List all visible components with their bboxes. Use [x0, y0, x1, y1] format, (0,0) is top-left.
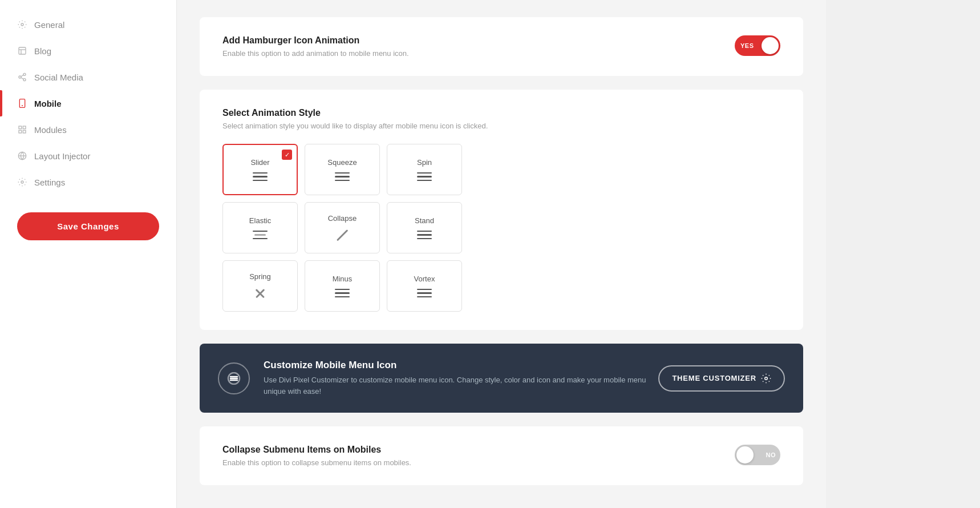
share-icon: [17, 72, 27, 82]
layout-icon: [17, 151, 27, 161]
svg-rect-14: [23, 130, 26, 133]
anim-slider-label: Slider: [250, 158, 269, 167]
sidebar-item-general[interactable]: General: [0, 11, 176, 38]
animation-style-description: Select animation style you would like to…: [222, 122, 780, 130]
anim-item-spring[interactable]: Spring: [222, 260, 298, 312]
svg-point-0: [21, 23, 23, 26]
save-button-wrapper: Save Changes: [17, 212, 159, 240]
sidebar-item-blog[interactable]: Blog: [0, 38, 176, 64]
svg-line-7: [21, 78, 24, 79]
anim-spring-icon: [253, 287, 267, 300]
anim-spin-icon: [417, 172, 432, 182]
main-content: Add Hamburger Icon Animation Enable this…: [177, 0, 826, 508]
collapse-toggle-row: Collapse Submenu Items on Mobiles Enable…: [222, 445, 780, 467]
anim-item-stand[interactable]: Stand: [387, 202, 462, 253]
hamburger-toggle-wrap: YES: [735, 35, 780, 56]
anim-item-spin[interactable]: Spin: [387, 144, 462, 195]
blog-icon: [17, 46, 27, 56]
animation-style-header: Select Animation Style Select animation …: [222, 108, 780, 130]
theme-customizer-button[interactable]: THEME CUSTOMIZER: [658, 365, 785, 392]
sidebar-item-social-media-label: Social Media: [34, 72, 83, 82]
hamburger-toggle-yes-label: YES: [740, 42, 754, 49]
sidebar-item-settings[interactable]: Settings: [0, 169, 176, 195]
collapse-toggle-label: Collapse Submenu Items on Mobiles Enable…: [222, 445, 411, 467]
hamburger-toggle-label: Add Hamburger Icon Animation Enable this…: [222, 35, 409, 58]
sidebar-item-general-label: General: [34, 20, 64, 30]
anim-collapse-label: Collapse: [328, 214, 357, 223]
hamburger-toggle[interactable]: YES: [735, 35, 780, 56]
hamburger-toggle-row: Add Hamburger Icon Animation Enable this…: [222, 35, 780, 58]
anim-collapse-icon: [335, 228, 349, 242]
check-icon: ✓: [282, 150, 292, 160]
sidebar-item-mobile-label: Mobile: [34, 99, 62, 108]
animation-style-grid: ✓ Slider Squeeze Spin: [222, 144, 462, 312]
collapse-toggle[interactable]: NO: [735, 445, 780, 465]
sidebar-item-layout-injector[interactable]: Layout Injector: [0, 143, 176, 169]
anim-minus-label: Minus: [333, 275, 353, 283]
hamburger-title: Add Hamburger Icon Animation: [222, 35, 409, 46]
collapse-toggle-wrap: NO: [735, 445, 780, 465]
gear-icon: [17, 19, 27, 30]
svg-rect-13: [19, 130, 22, 133]
anim-spin-label: Spin: [417, 158, 432, 167]
collapse-description: Enable this option to collapse submenu i…: [222, 458, 411, 467]
anim-slider-icon: [253, 172, 268, 182]
modules-icon: [17, 124, 27, 135]
anim-elastic-label: Elastic: [249, 216, 271, 225]
sidebar-item-settings-label: Settings: [34, 178, 65, 187]
svg-point-5: [19, 76, 21, 78]
anim-item-collapse[interactable]: Collapse: [305, 202, 380, 253]
anim-squeeze-icon: [335, 172, 350, 182]
svg-rect-11: [19, 126, 22, 129]
collapse-toggle-knob: [736, 446, 754, 463]
save-changes-button[interactable]: Save Changes: [17, 212, 159, 240]
menu-icon: [218, 362, 250, 394]
animation-style-section: Select Animation Style Select animation …: [200, 90, 803, 330]
anim-item-squeeze[interactable]: Squeeze: [305, 144, 380, 195]
settings-icon: [17, 177, 27, 187]
collapse-toggle-no-label: NO: [766, 451, 776, 458]
mobile-icon: [17, 98, 27, 108]
sidebar-item-mobile[interactable]: Mobile: [0, 90, 176, 116]
sidebar-item-modules-label: Modules: [34, 125, 67, 135]
sidebar-item-social-media[interactable]: Social Media: [0, 64, 176, 90]
anim-stand-label: Stand: [415, 216, 434, 225]
svg-rect-12: [23, 126, 26, 129]
sidebar-item-modules[interactable]: Modules: [0, 116, 176, 143]
hamburger-description: Enable this option to add animation to m…: [222, 49, 409, 58]
anim-item-minus[interactable]: Minus: [305, 260, 380, 312]
banner-description: Use Divi Pixel Customizer to customize m…: [264, 374, 658, 397]
sidebar: General Blog Social Media Mobile: [0, 0, 177, 508]
anim-squeeze-label: Squeeze: [327, 158, 357, 167]
anim-spring-label: Spring: [249, 272, 271, 281]
svg-point-6: [23, 79, 26, 81]
svg-point-17: [21, 181, 23, 183]
theme-customizer-label: THEME CUSTOMIZER: [672, 374, 756, 382]
anim-item-vortex[interactable]: Vortex: [387, 260, 462, 312]
collapse-title: Collapse Submenu Items on Mobiles: [222, 445, 411, 455]
anim-vortex-icon: [417, 289, 432, 298]
customize-banner: Customize Mobile Menu Icon Use Divi Pixe…: [200, 344, 803, 413]
svg-point-22: [765, 377, 768, 380]
collapse-submenu-section: Collapse Submenu Items on Mobiles Enable…: [200, 426, 803, 485]
svg-rect-9: [19, 99, 25, 108]
anim-vortex-label: Vortex: [414, 275, 435, 283]
anim-item-slider[interactable]: ✓ Slider: [222, 144, 298, 195]
banner-title: Customize Mobile Menu Icon: [264, 360, 658, 371]
anim-elastic-icon: [253, 231, 268, 240]
svg-point-4: [23, 73, 26, 75]
hamburger-toggle-knob: [762, 37, 779, 54]
svg-rect-1: [19, 47, 26, 54]
animation-style-title: Select Animation Style: [222, 108, 780, 118]
sidebar-item-layout-injector-label: Layout Injector: [34, 151, 90, 161]
svg-line-8: [21, 75, 24, 76]
anim-minus-icon: [335, 289, 350, 298]
sidebar-item-blog-label: Blog: [34, 46, 51, 56]
anim-stand-icon: [417, 231, 432, 240]
hamburger-animation-section: Add Hamburger Icon Animation Enable this…: [200, 17, 803, 76]
banner-content: Customize Mobile Menu Icon Use Divi Pixe…: [264, 360, 658, 397]
anim-item-elastic[interactable]: Elastic: [222, 202, 298, 253]
gear-icon: [761, 373, 771, 384]
right-gutter: [826, 0, 980, 508]
